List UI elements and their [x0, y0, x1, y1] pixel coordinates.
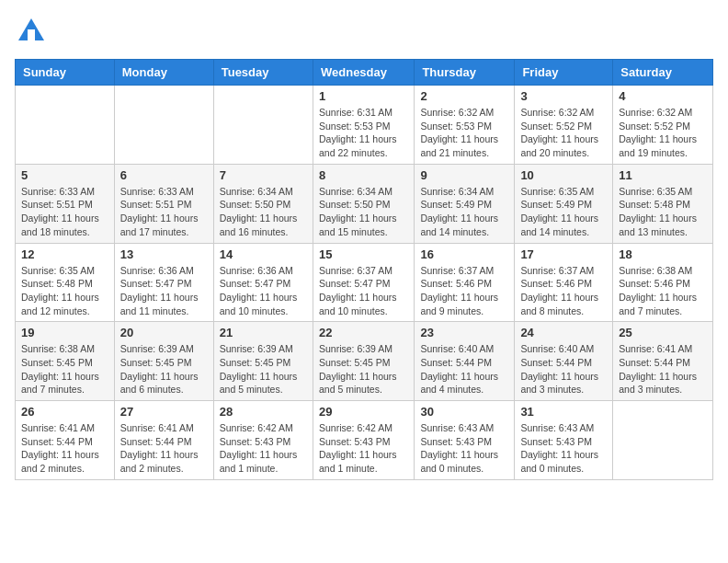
calendar-week-row: 12Sunrise: 6:35 AMSunset: 5:48 PMDayligh…: [16, 243, 713, 322]
cell-day-number: 14: [220, 247, 307, 261]
cell-day-number: 18: [619, 247, 707, 261]
cell-sun-info: Sunrise: 6:34 AMSunset: 5:50 PMDaylight:…: [220, 185, 307, 239]
cell-day-number: 9: [420, 168, 508, 182]
page-header: [15, 15, 713, 48]
cell-sun-info: Sunrise: 6:42 AMSunset: 5:43 PMDaylight:…: [319, 421, 408, 476]
cell-sun-info: Sunrise: 6:36 AMSunset: 5:47 PMDaylight:…: [120, 264, 208, 318]
calendar-cell: 22Sunrise: 6:39 AMSunset: 5:45 PMDayligh…: [313, 322, 414, 401]
cell-day-number: 24: [520, 326, 607, 339]
cell-sun-info: Sunrise: 6:31 AMSunset: 5:53 PMDaylight:…: [319, 106, 408, 160]
cell-day-number: 11: [619, 168, 707, 182]
cell-day-number: 5: [21, 168, 108, 182]
calendar-cell: 5Sunrise: 6:33 AMSunset: 5:51 PMDaylight…: [16, 164, 115, 243]
cell-sun-info: Sunrise: 6:40 AMSunset: 5:44 PMDaylight:…: [520, 342, 607, 396]
calendar-cell: 19Sunrise: 6:38 AMSunset: 5:45 PMDayligh…: [16, 322, 115, 401]
calendar-week-row: 5Sunrise: 6:33 AMSunset: 5:51 PMDaylight…: [16, 164, 713, 243]
cell-sun-info: Sunrise: 6:35 AMSunset: 5:48 PMDaylight:…: [21, 264, 108, 318]
calendar-cell: 30Sunrise: 6:43 AMSunset: 5:43 PMDayligh…: [415, 401, 515, 480]
weekday-header: Saturday: [613, 60, 713, 86]
cell-day-number: 23: [420, 326, 508, 339]
calendar-cell: 23Sunrise: 6:40 AMSunset: 5:44 PMDayligh…: [415, 322, 515, 401]
calendar-cell: 6Sunrise: 6:33 AMSunset: 5:51 PMDaylight…: [114, 164, 213, 243]
calendar-cell: [114, 86, 213, 165]
cell-day-number: 31: [520, 405, 607, 419]
calendar-cell: 11Sunrise: 6:35 AMSunset: 5:48 PMDayligh…: [613, 164, 713, 243]
weekday-header: Tuesday: [213, 60, 313, 86]
cell-day-number: 12: [21, 247, 108, 261]
cell-day-number: 6: [120, 168, 208, 182]
cell-sun-info: Sunrise: 6:34 AMSunset: 5:49 PMDaylight:…: [420, 185, 508, 239]
cell-day-number: 22: [319, 326, 408, 339]
cell-sun-info: Sunrise: 6:38 AMSunset: 5:46 PMDaylight:…: [619, 264, 707, 318]
calendar-week-row: 1Sunrise: 6:31 AMSunset: 5:53 PMDaylight…: [16, 86, 713, 165]
cell-day-number: 3: [520, 89, 607, 103]
calendar-week-row: 26Sunrise: 6:41 AMSunset: 5:44 PMDayligh…: [16, 401, 713, 480]
cell-sun-info: Sunrise: 6:41 AMSunset: 5:44 PMDaylight:…: [619, 342, 707, 396]
cell-day-number: 27: [120, 405, 208, 419]
cell-sun-info: Sunrise: 6:34 AMSunset: 5:50 PMDaylight:…: [319, 185, 408, 239]
calendar-cell: 27Sunrise: 6:41 AMSunset: 5:44 PMDayligh…: [114, 401, 213, 480]
calendar-cell: 3Sunrise: 6:32 AMSunset: 5:52 PMDaylight…: [515, 86, 613, 165]
cell-sun-info: Sunrise: 6:39 AMSunset: 5:45 PMDaylight:…: [220, 342, 307, 396]
calendar-cell: [613, 401, 713, 480]
cell-sun-info: Sunrise: 6:32 AMSunset: 5:52 PMDaylight:…: [520, 106, 607, 160]
calendar-cell: 2Sunrise: 6:32 AMSunset: 5:53 PMDaylight…: [415, 86, 515, 165]
cell-sun-info: Sunrise: 6:39 AMSunset: 5:45 PMDaylight:…: [120, 342, 208, 396]
cell-day-number: 20: [120, 326, 208, 339]
cell-sun-info: Sunrise: 6:37 AMSunset: 5:46 PMDaylight:…: [420, 264, 508, 318]
calendar-cell: [16, 86, 115, 165]
weekday-header: Thursday: [415, 60, 515, 86]
calendar-cell: 29Sunrise: 6:42 AMSunset: 5:43 PMDayligh…: [313, 401, 414, 480]
cell-day-number: 7: [220, 168, 307, 182]
cell-sun-info: Sunrise: 6:32 AMSunset: 5:53 PMDaylight:…: [420, 106, 508, 160]
cell-day-number: 21: [220, 326, 307, 339]
cell-sun-info: Sunrise: 6:38 AMSunset: 5:45 PMDaylight:…: [21, 342, 108, 396]
calendar-cell: 24Sunrise: 6:40 AMSunset: 5:44 PMDayligh…: [515, 322, 613, 401]
calendar-cell: 8Sunrise: 6:34 AMSunset: 5:50 PMDaylight…: [313, 164, 414, 243]
logo-icon: [15, 15, 48, 48]
cell-day-number: 25: [619, 326, 707, 339]
cell-day-number: 2: [420, 89, 508, 103]
calendar-cell: 21Sunrise: 6:39 AMSunset: 5:45 PMDayligh…: [213, 322, 313, 401]
calendar-cell: 4Sunrise: 6:32 AMSunset: 5:52 PMDaylight…: [613, 86, 713, 165]
calendar-cell: 28Sunrise: 6:42 AMSunset: 5:43 PMDayligh…: [213, 401, 313, 480]
cell-sun-info: Sunrise: 6:42 AMSunset: 5:43 PMDaylight:…: [220, 421, 307, 476]
weekday-header: Monday: [114, 60, 213, 86]
calendar-cell: 25Sunrise: 6:41 AMSunset: 5:44 PMDayligh…: [613, 322, 713, 401]
calendar-cell: 13Sunrise: 6:36 AMSunset: 5:47 PMDayligh…: [114, 243, 213, 322]
calendar-cell: 15Sunrise: 6:37 AMSunset: 5:47 PMDayligh…: [313, 243, 414, 322]
cell-sun-info: Sunrise: 6:36 AMSunset: 5:47 PMDaylight:…: [220, 264, 307, 318]
cell-day-number: 1: [319, 89, 408, 103]
cell-sun-info: Sunrise: 6:35 AMSunset: 5:49 PMDaylight:…: [520, 185, 607, 239]
cell-day-number: 8: [319, 168, 408, 182]
calendar-table: SundayMondayTuesdayWednesdayThursdayFrid…: [15, 59, 713, 480]
calendar-cell: 16Sunrise: 6:37 AMSunset: 5:46 PMDayligh…: [415, 243, 515, 322]
cell-day-number: 28: [220, 405, 307, 419]
cell-sun-info: Sunrise: 6:37 AMSunset: 5:47 PMDaylight:…: [319, 264, 408, 318]
cell-day-number: 16: [420, 247, 508, 261]
cell-day-number: 10: [520, 168, 607, 182]
cell-sun-info: Sunrise: 6:40 AMSunset: 5:44 PMDaylight:…: [420, 342, 508, 396]
cell-sun-info: Sunrise: 6:33 AMSunset: 5:51 PMDaylight:…: [21, 185, 108, 239]
calendar-cell: 20Sunrise: 6:39 AMSunset: 5:45 PMDayligh…: [114, 322, 213, 401]
cell-sun-info: Sunrise: 6:37 AMSunset: 5:46 PMDaylight:…: [520, 264, 607, 318]
calendar-header-row: SundayMondayTuesdayWednesdayThursdayFrid…: [16, 60, 713, 86]
weekday-header: Friday: [515, 60, 613, 86]
calendar-cell: 9Sunrise: 6:34 AMSunset: 5:49 PMDaylight…: [415, 164, 515, 243]
calendar-week-row: 19Sunrise: 6:38 AMSunset: 5:45 PMDayligh…: [16, 322, 713, 401]
weekday-header: Wednesday: [313, 60, 414, 86]
calendar-cell: [213, 86, 313, 165]
cell-sun-info: Sunrise: 6:43 AMSunset: 5:43 PMDaylight:…: [420, 421, 508, 476]
cell-sun-info: Sunrise: 6:43 AMSunset: 5:43 PMDaylight:…: [520, 421, 607, 476]
cell-sun-info: Sunrise: 6:41 AMSunset: 5:44 PMDaylight:…: [120, 421, 208, 476]
calendar-cell: 14Sunrise: 6:36 AMSunset: 5:47 PMDayligh…: [213, 243, 313, 322]
weekday-header: Sunday: [16, 60, 115, 86]
calendar-cell: 18Sunrise: 6:38 AMSunset: 5:46 PMDayligh…: [613, 243, 713, 322]
cell-day-number: 26: [21, 405, 108, 419]
cell-sun-info: Sunrise: 6:41 AMSunset: 5:44 PMDaylight:…: [21, 421, 108, 476]
calendar-cell: 1Sunrise: 6:31 AMSunset: 5:53 PMDaylight…: [313, 86, 414, 165]
cell-sun-info: Sunrise: 6:39 AMSunset: 5:45 PMDaylight:…: [319, 342, 408, 396]
cell-day-number: 30: [420, 405, 508, 419]
logo: [15, 15, 51, 48]
calendar-cell: 26Sunrise: 6:41 AMSunset: 5:44 PMDayligh…: [16, 401, 115, 480]
